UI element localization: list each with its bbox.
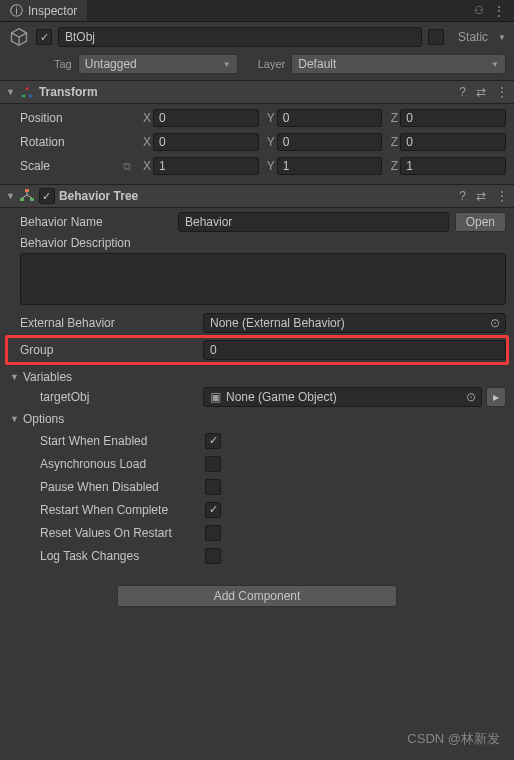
variable-object-field[interactable]: ▣ None (Game Object) ⊙ — [203, 387, 482, 407]
options-label: Options — [23, 412, 64, 426]
tag-dropdown[interactable]: Untagged — [78, 54, 238, 74]
option-row: Asynchronous Load — [8, 452, 506, 475]
behavior-description-input[interactable] — [20, 253, 506, 305]
rotation-x-input[interactable]: 0 — [153, 133, 259, 151]
scale-y-input[interactable]: 1 — [277, 157, 383, 175]
svg-rect-0 — [25, 189, 29, 192]
open-button[interactable]: Open — [455, 212, 506, 232]
position-x-input[interactable]: 0 — [153, 109, 259, 127]
object-picker-icon[interactable]: ⊙ — [466, 390, 476, 404]
layer-dropdown[interactable]: Default — [291, 54, 506, 74]
variables-label: Variables — [23, 370, 72, 384]
group-label: Group — [8, 343, 203, 357]
scale-label: Scale — [8, 159, 123, 173]
option-label: Pause When Disabled — [40, 480, 205, 494]
group-input[interactable]: 0 — [203, 340, 506, 360]
behaviortree-title: Behavior Tree — [59, 189, 455, 203]
option-label: Restart When Complete — [40, 503, 205, 517]
behaviortree-menu-icon[interactable]: ⋮ — [496, 190, 508, 202]
option-checkbox[interactable] — [205, 502, 221, 518]
variable-name: targetObj — [28, 390, 203, 404]
external-behavior-field[interactable]: None (External Behavior) ⊙ — [203, 313, 506, 333]
behavior-name-label: Behavior Name — [8, 215, 178, 229]
option-row: Restart When Complete — [8, 498, 506, 521]
tab-title: Inspector — [28, 4, 77, 18]
option-label: Reset Values On Restart — [40, 526, 205, 540]
options-foldout[interactable]: ▼ — [10, 414, 19, 424]
behaviortree-icon — [19, 188, 35, 204]
svg-rect-2 — [30, 198, 34, 201]
transform-menu-icon[interactable]: ⋮ — [496, 86, 508, 98]
variables-foldout[interactable]: ▼ — [10, 372, 19, 382]
help-icon[interactable]: ? — [459, 189, 466, 203]
scale-z-input[interactable]: 1 — [400, 157, 506, 175]
gameobject-icon — [8, 27, 30, 47]
behavior-name-input[interactable]: Behavior — [178, 212, 449, 232]
help-icon[interactable]: ? — [459, 85, 466, 99]
constrain-link-icon[interactable]: ⧉ — [123, 160, 141, 173]
svg-rect-1 — [20, 198, 24, 201]
transform-title: Transform — [39, 85, 455, 99]
gameobject-chip-icon: ▣ — [210, 390, 221, 404]
gameobject-name-input[interactable]: BtObj — [58, 27, 422, 47]
transform-foldout[interactable]: ▼ — [6, 87, 15, 97]
gameobject-enabled-checkbox[interactable] — [36, 29, 52, 45]
variable-action-button[interactable]: ▸ — [486, 387, 506, 407]
option-row: Pause When Disabled — [8, 475, 506, 498]
static-dropdown-icon[interactable]: ▼ — [498, 33, 506, 42]
static-label: Static — [458, 30, 488, 44]
layer-label: Layer — [258, 58, 286, 70]
position-y-input[interactable]: 0 — [277, 109, 383, 127]
rotation-z-input[interactable]: 0 — [400, 133, 506, 151]
scale-x-input[interactable]: 1 — [153, 157, 259, 175]
static-checkbox[interactable] — [428, 29, 444, 45]
option-checkbox[interactable] — [205, 433, 221, 449]
option-label: Asynchronous Load — [40, 457, 205, 471]
info-icon: ⓘ — [10, 2, 23, 20]
option-checkbox[interactable] — [205, 525, 221, 541]
tag-label: Tag — [54, 58, 72, 70]
behaviortree-foldout[interactable]: ▼ — [6, 191, 15, 201]
inspector-tab[interactable]: ⓘ Inspector — [0, 0, 88, 21]
behaviortree-enabled-checkbox[interactable] — [39, 188, 55, 204]
external-behavior-label: External Behavior — [8, 316, 203, 330]
rotation-label: Rotation — [8, 135, 123, 149]
option-label: Start When Enabled — [40, 434, 205, 448]
rotation-y-input[interactable]: 0 — [277, 133, 383, 151]
option-checkbox[interactable] — [205, 479, 221, 495]
preset-icon[interactable]: ⇄ — [476, 189, 486, 203]
tab-menu-icon[interactable]: ⋮ — [492, 4, 506, 18]
position-z-input[interactable]: 0 — [400, 109, 506, 127]
behavior-description-label: Behavior Description — [20, 236, 131, 250]
option-row: Start When Enabled — [8, 429, 506, 452]
option-checkbox[interactable] — [205, 548, 221, 564]
watermark: CSDN @林新发 — [407, 730, 500, 748]
add-component-button[interactable]: Add Component — [117, 585, 397, 607]
option-row: Log Task Changes — [8, 544, 506, 567]
option-row: Reset Values On Restart — [8, 521, 506, 544]
option-checkbox[interactable] — [205, 456, 221, 472]
option-label: Log Task Changes — [40, 549, 205, 563]
position-label: Position — [8, 111, 123, 125]
preset-icon[interactable]: ⇄ — [476, 85, 486, 99]
lock-icon[interactable]: ⚇ — [474, 4, 484, 17]
object-picker-icon[interactable]: ⊙ — [490, 316, 500, 330]
transform-icon — [19, 84, 35, 100]
